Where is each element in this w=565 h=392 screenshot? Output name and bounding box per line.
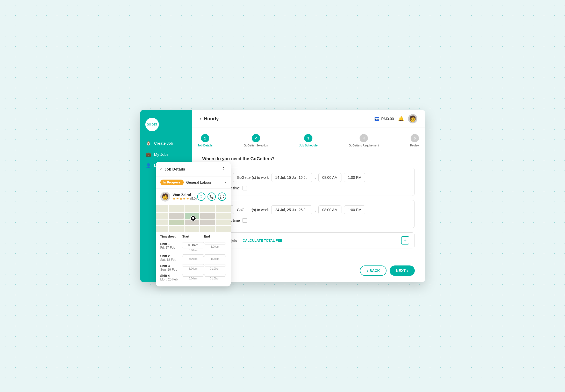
shift-2-info: Shift 2 Sat, 18 Feb [160, 254, 182, 262]
dates-picker-2[interactable]: 24 Jul, 25 Jul, 26 Jul [271, 205, 312, 214]
star-3: ★ [180, 197, 182, 201]
star-1: ★ [173, 197, 176, 201]
job-row-2: I need 5 GoGetter(s) to work 24 Jul, 25 … [202, 200, 415, 228]
app-header: ‹ Hourly 🏧 RM0.00 🔔 🧑 [192, 110, 425, 128]
shift-3-start-input[interactable] [182, 264, 204, 267]
worker-stars: ★ ★ ★ ★ ★ (5.0) [173, 197, 197, 201]
job-row-2-inputs: I need 5 GoGetter(s) to work 24 Jul, 25 … [209, 205, 408, 214]
header-right: 🏧 RM0.00 🔔 🧑 [374, 114, 417, 123]
job-row-1: I need 5 GoGetter(s) to work 14 Jul, 15 … [202, 168, 415, 196]
shift-1-end-input[interactable] [204, 242, 226, 245]
comma-1: , [315, 175, 316, 180]
jobs-icon: 💼 [146, 152, 151, 157]
break-checkbox-1[interactable] [242, 186, 247, 190]
header-back-button[interactable]: ‹ [200, 116, 202, 122]
svg-rect-10 [200, 213, 215, 219]
star-5: ★ [186, 197, 189, 201]
calculate-fee-link[interactable]: CALCULATE TOTAL FEE [243, 239, 282, 242]
shift-1-end: 1:00pm [204, 242, 226, 248]
shift-2-start: 8:00am [182, 254, 204, 260]
sidebar-item-create-job[interactable]: 🏠 Create Job [140, 138, 192, 149]
shift-1-start-input[interactable]: 8:00am [182, 242, 204, 248]
svg-rect-12 [200, 220, 215, 225]
dates-picker-1[interactable]: 14 Jul, 15 Jul, 16 Jul [271, 173, 312, 182]
next-button[interactable]: NEXT › [390, 265, 414, 276]
shift-4-start-input[interactable] [182, 274, 204, 277]
svg-point-15 [192, 217, 194, 219]
svg-rect-11 [169, 220, 184, 225]
add-job-button[interactable]: + [401, 236, 409, 245]
wallet-display: 🏧 RM0.00 [374, 116, 394, 121]
worker-avatar: 🧑 [160, 192, 170, 202]
timesheet-section: Timesheet Start End Shift 1 Fri, 17 Feb … [156, 232, 231, 286]
progress-stepper: 1 Job Details ✓ GoGetter Selection 3 [192, 128, 425, 151]
break-checkbox-2[interactable] [242, 218, 247, 223]
next-chevron-icon: › [407, 269, 409, 273]
section-title: When do you need the GoGetters? [202, 156, 415, 161]
step-circle-1: 1 [201, 134, 209, 142]
step-circle-5: 5 [411, 134, 419, 142]
call-button[interactable]: 📞 [208, 193, 216, 201]
timesheet-row-2: Shift 2 Sat, 18 Feb 8:00am 1:00pm [160, 254, 226, 262]
end-time-2[interactable]: 1:00 PM [344, 205, 365, 214]
shift-2-start-input[interactable] [182, 254, 204, 257]
shift-4-start: 8:00am [182, 274, 204, 280]
shift-1-start: 8:00am 8:00am [182, 242, 204, 252]
job-details-panel: ‹ Job Details ⋮ In Progress General Labo… [156, 162, 231, 286]
step-circle-3: 3 [304, 134, 312, 142]
step-connector-1 [213, 138, 244, 138]
step-gogetters-requirement: 4 GoGetters Requirement [349, 134, 379, 147]
sidebar-item-my-jobs[interactable]: 💼 My Jobs [140, 149, 192, 160]
user-avatar[interactable]: 🧑 [408, 114, 417, 123]
wallet-icon: 🏧 [374, 116, 380, 121]
notification-bell-icon[interactable]: 🔔 [398, 116, 404, 122]
start-time-1[interactable]: 08:00 AM [318, 173, 341, 182]
shift-3-info: Shift 3 Sun, 19 Feb [160, 264, 182, 271]
app-logo: GO GET [140, 115, 192, 138]
gogetter-label-1: GoGetter(s) to work [237, 175, 269, 180]
step-job-schedule: 3 Job Schedule [299, 134, 318, 147]
timesheet-row-4: Shift 4 Mon, 20 Feb 8:00am 01:00pm [160, 274, 226, 281]
back-chevron-icon: ‹ [367, 269, 368, 273]
home-icon: 🏠 [146, 141, 151, 146]
account-icon: 👤 [146, 163, 151, 168]
shift-2-end-input[interactable] [204, 254, 226, 257]
shift-3-start: 8:00am [182, 264, 204, 270]
shift-2-end: 1:00pm [204, 254, 226, 260]
info-bar: i Creating 2 jobs. CALCULATE TOTAL FEE + [202, 232, 415, 248]
step-connector-3 [318, 138, 349, 138]
worker-section: 🧑 Wan Zairul ★ ★ ★ ★ ★ (5.0) ♡ 📞 💬 [156, 189, 231, 205]
step-gogetter-selection: ✓ GoGetter Selection [244, 134, 268, 147]
job-type-chevron-icon: › [225, 180, 226, 185]
panel-title: Job Details [165, 167, 185, 171]
status-badge: In Progress [160, 180, 184, 185]
gogetter-label-2: GoGetter(s) to work [237, 208, 269, 212]
shift-3-end-input[interactable] [204, 264, 226, 267]
start-time-2[interactable]: 08:00 AM [318, 205, 341, 214]
step-review: 5 Review [410, 134, 419, 147]
timesheet-row-3: Shift 3 Sun, 19 Feb 8:00am 01:00pm [160, 264, 226, 271]
step-job-details: 1 Job Details [197, 134, 213, 147]
job-type-label: General Labour [186, 180, 225, 184]
shift-4-end: 01:00pm [204, 274, 226, 280]
comma-2: , [315, 208, 316, 212]
svg-rect-8 [169, 213, 184, 219]
star-4: ★ [183, 197, 186, 201]
message-button[interactable]: 💬 [218, 193, 226, 201]
map-area [156, 205, 231, 232]
panel-header: ‹ Job Details ⋮ [156, 162, 231, 176]
shift-3-end: 01:00pm [204, 264, 226, 270]
step-circle-4: 4 [360, 134, 368, 142]
star-2: ★ [176, 197, 179, 201]
header-title: Hourly [204, 116, 374, 122]
status-section: In Progress General Labour › [156, 176, 231, 189]
end-time-1[interactable]: 1:00 PM [344, 173, 365, 182]
timesheet-row-1: Shift 1 Fri, 17 Feb 8:00am 8:00am 1:00pm [160, 242, 226, 252]
panel-back-button[interactable]: ‹ [160, 166, 162, 172]
worker-info: Wan Zairul ★ ★ ★ ★ ★ (5.0) [173, 193, 197, 201]
back-button[interactable]: ‹ BACK [360, 265, 387, 276]
shift-4-end-input[interactable] [204, 274, 226, 277]
shift-4-info: Shift 4 Mon, 20 Feb [160, 274, 182, 281]
panel-menu-button[interactable]: ⋮ [221, 166, 226, 172]
favorite-button[interactable]: ♡ [197, 193, 205, 201]
